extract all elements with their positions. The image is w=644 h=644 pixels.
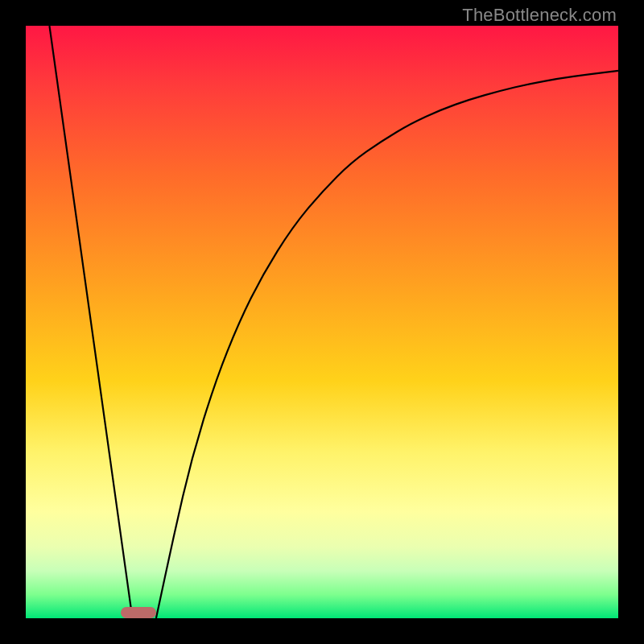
chart-frame: TheBottleneck.com [0,0,644,644]
curve-svg [26,26,618,618]
right-curve-path [156,71,618,618]
left-line-path [49,26,132,618]
plot-area [26,26,618,618]
min-marker [121,607,156,618]
watermark-text: TheBottleneck.com [462,5,617,26]
